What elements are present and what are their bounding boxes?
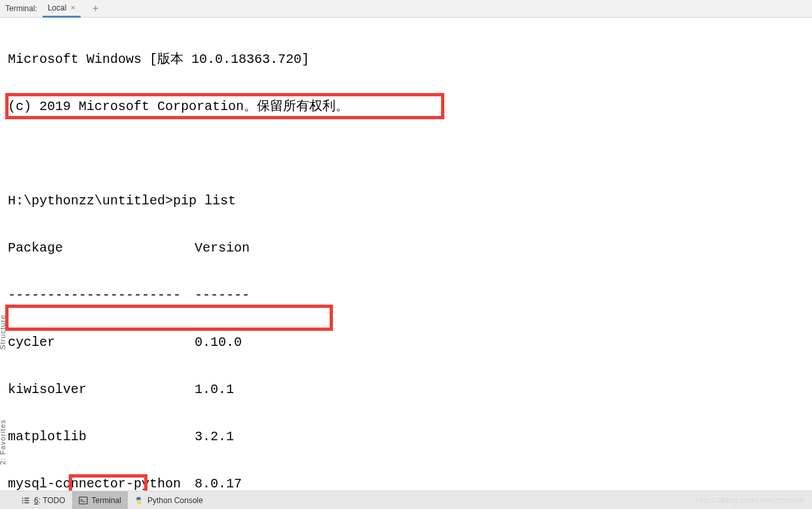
terminal-tab-label: Terminal: [92, 496, 121, 505]
terminal-banner-line: (c) 2019 Microsoft Corporation。保留所有权利。: [8, 95, 804, 119]
bottom-tab-todo[interactable]: 6: TODO: [14, 491, 72, 509]
package-version: 1.0.1: [195, 378, 234, 402]
svg-rect-0: [22, 497, 24, 499]
terminal-output[interactable]: Microsoft Windows [版本 10.0.18363.720] (c…: [0, 18, 812, 509]
package-version: 3.2.1: [195, 425, 234, 449]
pip-list-divider: -------: [195, 284, 250, 307]
package-name: matplotlib: [8, 425, 195, 449]
svg-rect-4: [22, 502, 24, 503]
svg-rect-1: [24, 497, 29, 499]
bottom-tab-python-console[interactable]: Python Console: [128, 491, 210, 509]
pip-list-divider: ----------------------: [8, 284, 195, 307]
side-tool-structure[interactable]: Structure: [0, 314, 10, 350]
svg-rect-6: [79, 497, 87, 504]
terminal-command-line: H:\pythonzz\untitled>pip list: [8, 189, 804, 213]
bottom-tool-bar: 6: TODO Terminal Python Console: [0, 491, 812, 509]
terminal-icon: [79, 496, 88, 505]
svg-rect-3: [24, 500, 29, 501]
list-icon: [21, 496, 30, 505]
add-tab-icon[interactable]: +: [88, 2, 102, 15]
python-console-label: Python Console: [147, 496, 203, 505]
side-tool-favorites[interactable]: 2: Favorites: [0, 419, 10, 464]
todo-hotkey: 6: [34, 496, 39, 505]
terminal-panel-label: Terminal:: [5, 4, 37, 13]
terminal-tab-bar: Terminal: Local × +: [0, 0, 812, 18]
pip-list-header-package: Package: [8, 236, 195, 260]
terminal-banner-line: Microsoft Windows [版本 10.0.18363.720]: [8, 48, 804, 71]
bottom-tab-terminal[interactable]: Terminal: [72, 491, 128, 509]
package-name: kiwisolver: [8, 378, 195, 402]
svg-rect-2: [22, 500, 24, 501]
terminal-tab-local[interactable]: Local ×: [43, 0, 81, 18]
svg-rect-5: [24, 502, 29, 503]
python-icon: [134, 496, 144, 505]
close-tab-icon[interactable]: ×: [70, 3, 75, 12]
terminal-tab-name: Local: [48, 3, 67, 12]
package-name: cycler: [8, 331, 195, 354]
package-version: 0.10.0: [195, 331, 242, 354]
pip-list-header-version: Version: [195, 236, 250, 260]
todo-label: : TODO: [39, 496, 66, 505]
